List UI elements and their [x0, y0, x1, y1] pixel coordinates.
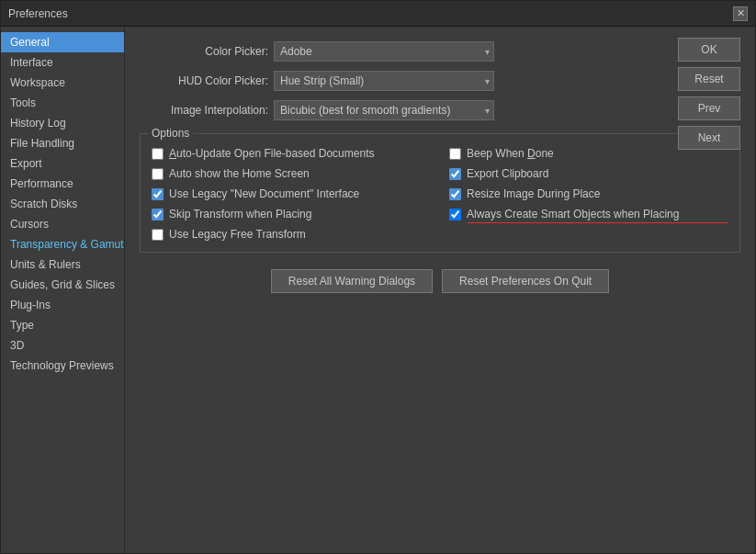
export-clipboard-label[interactable]: Export Clipboard — [467, 167, 548, 180]
preferences-dialog: Preferences ✕ GeneralInterfaceWorkspaceT… — [0, 0, 756, 554]
color-picker-dropdown-wrap: AdobeWindows — [274, 41, 494, 62]
reset-button[interactable]: Reset — [678, 67, 740, 91]
right-buttons-panel: OK Reset Prev Next — [678, 38, 740, 150]
always-create-smart-label[interactable]: Always Create Smart Objects when Placing — [467, 208, 679, 220]
use-legacy-free-transform-label[interactable]: Use Legacy Free Transform — [169, 228, 306, 241]
beep-when-done-checkbox[interactable] — [449, 148, 461, 160]
image-interpolation-row: Image Interpolation: Bicubic (best for s… — [140, 100, 740, 120]
sidebar-item-performance[interactable]: Performance — [1, 174, 124, 194]
hud-color-picker-dropdown-wrap: Hue Strip (Small)Hue Wheel (Small)Hue Wh… — [274, 71, 494, 91]
use-legacy-new-doc-checkbox[interactable] — [152, 188, 164, 200]
auto-show-home-row: Auto show the Home Screen — [152, 167, 431, 180]
close-button[interactable]: ✕ — [733, 6, 748, 21]
hud-color-picker-label: HUD Color Picker: — [140, 74, 268, 87]
color-picker-row: Color Picker: AdobeWindows — [140, 41, 740, 62]
sidebar-item-technology-previews[interactable]: Technology Previews — [1, 356, 124, 376]
sidebar-item-guides-grid-slices[interactable]: Guides, Grid & Slices — [1, 275, 124, 295]
dialog-body: GeneralInterfaceWorkspaceToolsHistory Lo… — [1, 27, 755, 553]
sidebar-item-general[interactable]: General — [1, 32, 124, 52]
hud-color-picker-row: HUD Color Picker: Hue Strip (Small)Hue W… — [140, 71, 740, 91]
color-picker-dropdown[interactable]: AdobeWindows — [274, 41, 494, 62]
next-button[interactable]: Next — [678, 126, 740, 150]
export-clipboard-row: Export Clipboard — [449, 167, 728, 180]
resize-image-checkbox[interactable] — [449, 188, 461, 200]
skip-transform-row: Skip Transform when Placing — [152, 208, 431, 220]
sidebar-item-scratch-disks[interactable]: Scratch Disks — [1, 194, 124, 214]
use-legacy-free-transform-checkbox[interactable] — [152, 229, 164, 241]
beep-when-done-label[interactable]: Beep When Done — [467, 147, 554, 160]
reset-preferences-on-quit-button[interactable]: Reset Preferences On Quit — [442, 269, 609, 293]
resize-image-label[interactable]: Resize Image During Place — [467, 187, 600, 200]
image-interpolation-label: Image Interpolation: — [140, 104, 268, 117]
sidebar-item-3d[interactable]: 3D — [1, 335, 124, 356]
reset-warning-dialogs-button[interactable]: Reset All Warning Dialogs — [271, 269, 433, 293]
hud-color-picker-dropdown[interactable]: Hue Strip (Small)Hue Wheel (Small)Hue Wh… — [274, 71, 494, 91]
image-interpolation-dropdown-wrap: Bicubic (best for smooth gradients)Neare… — [274, 100, 494, 120]
sidebar-item-workspace[interactable]: Workspace — [1, 73, 124, 93]
sidebar-item-file-handling[interactable]: File Handling — [1, 133, 124, 153]
dialog-title: Preferences — [8, 7, 68, 20]
title-bar: Preferences ✕ — [1, 1, 755, 27]
main-content: Color Picker: AdobeWindows HUD Color Pic… — [125, 27, 755, 553]
sidebar-item-interface[interactable]: Interface — [1, 52, 124, 73]
color-picker-label: Color Picker: — [140, 45, 268, 58]
auto-update-label[interactable]: Auto-Update Open File-based Documents — [169, 147, 374, 160]
options-group: Options Auto-Update Open File-based Docu… — [140, 133, 740, 253]
sidebar-item-plug-ins[interactable]: Plug-Ins — [1, 295, 124, 315]
skip-transform-checkbox[interactable] — [152, 209, 164, 220]
export-clipboard-checkbox[interactable] — [449, 168, 461, 180]
bottom-buttons-row: Reset All Warning Dialogs Reset Preferen… — [140, 269, 740, 293]
options-grid: Auto-Update Open File-based Documents Be… — [152, 147, 728, 241]
sidebar-item-export[interactable]: Export — [1, 153, 124, 174]
ok-button[interactable]: OK — [678, 38, 740, 62]
auto-update-checkbox[interactable] — [152, 148, 164, 160]
use-legacy-free-transform-row: Use Legacy Free Transform — [152, 228, 431, 241]
options-legend: Options — [148, 127, 193, 140]
sidebar-item-units-rulers[interactable]: Units & Rulers — [1, 254, 124, 275]
use-legacy-new-doc-row: Use Legacy "New Document" Interface — [152, 187, 431, 200]
auto-show-home-checkbox[interactable] — [152, 168, 164, 180]
skip-transform-label[interactable]: Skip Transform when Placing — [169, 208, 311, 220]
sidebar-item-transparency-gamut[interactable]: Transparency & Gamut — [1, 234, 124, 254]
auto-show-home-label[interactable]: Auto show the Home Screen — [169, 167, 310, 180]
sidebar-item-cursors[interactable]: Cursors — [1, 214, 124, 234]
sidebar-item-type[interactable]: Type — [1, 315, 124, 335]
image-interpolation-dropdown[interactable]: Bicubic (best for smooth gradients)Neare… — [274, 100, 494, 120]
always-create-smart-row: Always Create Smart Objects when Placing — [449, 208, 728, 220]
sidebar-item-tools[interactable]: Tools — [1, 93, 124, 113]
prev-button[interactable]: Prev — [678, 96, 740, 120]
sidebar: GeneralInterfaceWorkspaceToolsHistory Lo… — [1, 27, 125, 553]
sidebar-item-history-log[interactable]: History Log — [1, 113, 124, 133]
use-legacy-new-doc-label[interactable]: Use Legacy "New Document" Interface — [169, 187, 359, 200]
resize-image-during-place-row: Resize Image During Place — [449, 187, 728, 200]
auto-update-row: Auto-Update Open File-based Documents — [152, 147, 431, 160]
always-create-smart-checkbox[interactable] — [449, 209, 461, 220]
